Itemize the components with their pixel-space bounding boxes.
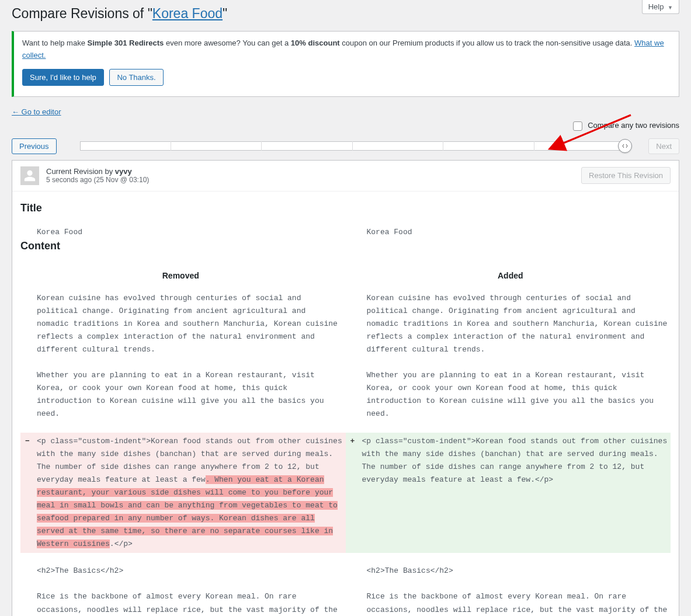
- slider-handle[interactable]: [618, 139, 632, 153]
- restore-revision-button: Restore This Revision: [581, 167, 671, 184]
- help-no-button[interactable]: No Thanks.: [109, 69, 163, 86]
- go-to-editor-link[interactable]: ← Go to editor: [12, 107, 61, 116]
- section-content-heading: Content: [20, 240, 671, 252]
- title-new: Korea Food: [350, 225, 671, 240]
- tracking-notice: Want to help make Simple 301 Redirects e…: [12, 31, 679, 97]
- minus-icon: −: [25, 435, 30, 448]
- para2-old: Whether you are planning to eat in a Kor…: [20, 368, 341, 422]
- previous-button[interactable]: Previous: [12, 138, 57, 154]
- diff-removed-block: − <p class="custom-indent">Korean food s…: [20, 433, 346, 554]
- rice-old: Rice is the backbone of almost every Kor…: [20, 589, 341, 616]
- help-tab[interactable]: Help ▼: [642, 0, 679, 14]
- plus-icon: +: [350, 435, 355, 448]
- section-title-heading: Title: [20, 202, 671, 214]
- basics-old: <h2>The Basics</h2>: [20, 563, 341, 579]
- title-old: Korea Food: [20, 225, 341, 240]
- notice-text: Want to help make Simple 301 Redirects e…: [22, 37, 671, 62]
- help-label: Help: [648, 2, 664, 11]
- para1-new: Korean cuisine has evolved through centu…: [350, 291, 671, 357]
- post-title-link[interactable]: Korea Food: [152, 6, 223, 21]
- revision-panel: Current Revision by vyvy 5 seconds ago (…: [12, 160, 679, 616]
- page-title: Compare Revisions of "Korea Food": [12, 6, 679, 22]
- avatar: [20, 166, 39, 185]
- author-name: vyvy: [115, 167, 132, 176]
- removed-highlight: . When you eat at a Korean restaurant, y…: [37, 475, 338, 548]
- revision-slider[interactable]: [80, 140, 626, 152]
- revision-meta: Current Revision by vyvy 5 seconds ago (…: [46, 167, 149, 184]
- next-button: Next: [648, 138, 679, 154]
- para2-new: Whether you are planning to eat in a Kor…: [350, 368, 671, 422]
- added-heading: Added: [350, 271, 671, 280]
- para1-old: Korean cuisine has evolved through centu…: [20, 291, 341, 357]
- basics-new: <h2>The Basics</h2>: [350, 563, 671, 579]
- compare-any-checkbox[interactable]: [573, 121, 582, 131]
- removed-heading: Removed: [20, 271, 341, 280]
- grip-icon: [622, 143, 628, 149]
- title-suffix: ": [223, 6, 227, 21]
- diff-added-block: + <p class="custom-indent">Korean food s…: [346, 433, 671, 554]
- user-icon: [23, 169, 36, 182]
- help-yes-button[interactable]: Sure, I'd like to help: [22, 69, 104, 86]
- rice-new: Rice is the backbone of almost every Kor…: [350, 589, 671, 616]
- title-prefix: Compare Revisions of ": [12, 6, 152, 21]
- chevron-down-icon: ▼: [668, 5, 673, 11]
- compare-any-label[interactable]: Compare any two revisions: [571, 120, 679, 133]
